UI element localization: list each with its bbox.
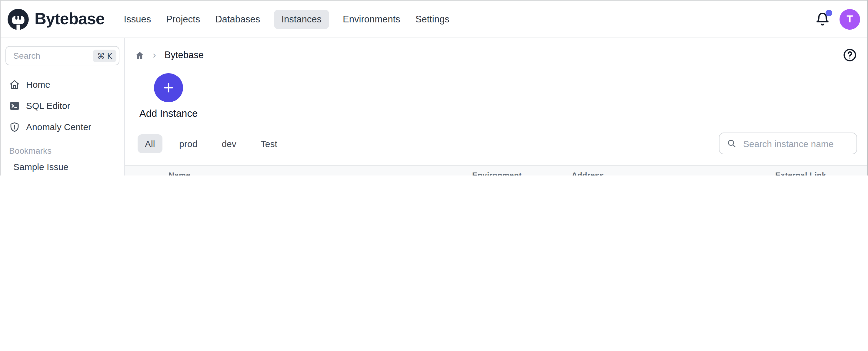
instance-table: Name Environment Address External Link p… [125,165,867,176]
sidebar: ⌘ K Home SQL Editor [1,38,125,176]
home-icon [135,50,144,60]
app-window: Bytebase Issues Projects Databases Insta… [0,0,868,176]
sidebar-search[interactable]: ⌘ K [5,46,119,65]
help-icon [842,48,857,62]
plus-icon [162,82,175,94]
keyboard-shortcut-badge: ⌘ K [93,49,116,62]
sidebar-item-sample-issue[interactable]: Sample Issue [1,158,124,175]
instance-search[interactable] [719,133,857,154]
sidebar-nav: Home SQL Editor Anomaly Center [1,74,124,137]
avatar[interactable]: T [839,9,860,29]
help-button[interactable] [842,48,857,62]
search-icon [727,139,737,148]
environment-tabs: All prod dev Test [137,133,857,154]
sidebar-section-bookmarks: Bookmarks Sample Issue [1,143,124,175]
breadcrumb-home-button[interactable] [135,50,144,60]
nav-item-environments[interactable]: Environments [342,9,402,29]
section-title: Bookmarks [1,143,124,158]
breadcrumb-current: Bytebase [164,49,204,61]
tab-dev[interactable]: dev [214,134,243,153]
unread-dot [826,9,832,16]
table-header: Name Environment Address External Link [125,165,867,176]
tab-test[interactable]: Test [253,134,285,153]
avatar-initial: T [847,13,853,25]
column-header-external-link: External Link [775,170,867,176]
header-right: T [815,9,860,29]
sidebar-item-sql-editor[interactable]: SQL Editor [1,95,124,116]
nav-item-databases[interactable]: Databases [214,9,261,29]
home-icon [9,79,20,90]
column-header-name: Name [168,170,472,176]
shield-alert-icon [9,121,20,132]
sidebar-item-label: Anomaly Center [26,121,91,132]
logo-text: Bytebase [35,10,104,29]
nav-item-settings[interactable]: Settings [414,9,451,29]
notifications-button[interactable] [815,12,830,26]
sidebar-item-anomaly-center[interactable]: Anomaly Center [1,116,124,137]
breadcrumb: › Bytebase [125,38,867,62]
main-content: › Bytebase Add Instance [125,38,867,176]
instance-search-input[interactable] [742,138,850,149]
sidebar-item-label: SQL Editor [26,101,70,111]
nav-item-issues[interactable]: Issues [123,9,152,29]
add-instance-button[interactable]: Add Instance [140,73,197,119]
bytebase-logo-icon [7,7,30,31]
main-nav: Issues Projects Databases Instances Envi… [123,9,451,29]
sidebar-item-home[interactable]: Home [1,74,124,95]
column-header-environment: Environment [472,170,571,176]
tab-prod[interactable]: prod [172,134,205,153]
top-navbar: Bytebase Issues Projects Databases Insta… [1,1,867,38]
nav-item-projects[interactable]: Projects [165,9,201,29]
sidebar-search-input[interactable] [12,50,93,61]
nav-item-instances[interactable]: Instances [274,9,329,29]
tab-all[interactable]: All [137,134,162,153]
sidebar-item-label: Home [26,79,50,90]
terminal-icon [9,100,20,111]
add-instance-circle[interactable] [154,73,183,102]
chevron-right-icon: › [153,50,156,60]
column-header-address: Address [571,170,775,176]
add-instance-label: Add Instance [140,108,198,119]
bytebase-logo[interactable]: Bytebase [7,7,104,31]
